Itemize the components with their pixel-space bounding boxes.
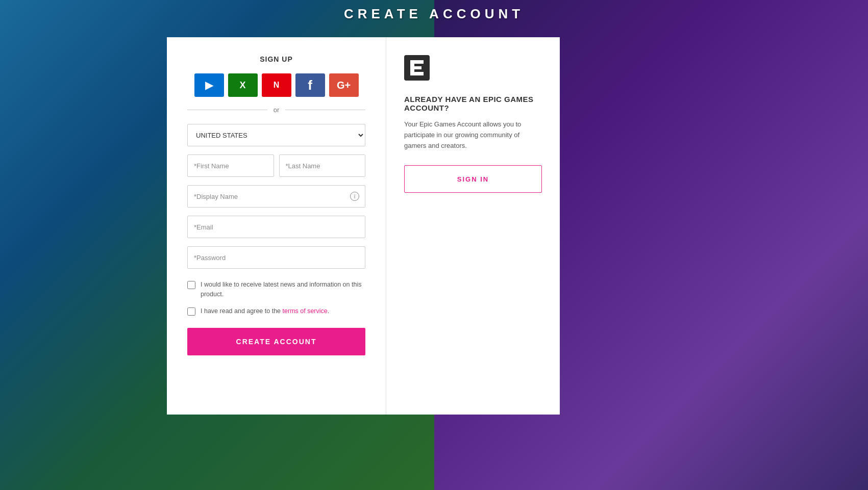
xbox-icon: X	[239, 80, 245, 91]
country-select[interactable]: UNITED STATES CANADA UNITED KINGDOM AUST…	[187, 124, 365, 146]
google-button[interactable]: G+	[329, 73, 359, 97]
tos-checkbox-item: I have read and agree to the terms of se…	[187, 306, 365, 316]
right-panel: ALREADY HAVE AN EPIC GAMES ACCOUNT? Your…	[386, 37, 560, 415]
or-line-right	[285, 110, 365, 110]
page-title: CREATE ACCOUNT	[344, 6, 524, 22]
newsletter-label: I would like to receive latest news and …	[201, 280, 365, 299]
left-panel: SIGN UP ▶ X N f G+ or	[167, 37, 386, 415]
or-line-left	[187, 110, 267, 110]
nintendo-icon: N	[274, 81, 280, 90]
password-wrapper	[187, 246, 365, 269]
tos-suffix: .	[328, 307, 329, 315]
password-input[interactable]	[187, 246, 365, 269]
first-name-input[interactable]	[187, 154, 274, 177]
already-have-title: ALREADY HAVE AN EPIC GAMES ACCOUNT?	[404, 95, 542, 112]
or-divider: or	[187, 106, 365, 114]
epic-description: Your Epic Games Account allows you to pa…	[404, 119, 542, 151]
tos-label: I have read and agree to the terms of se…	[201, 306, 329, 316]
create-account-button[interactable]: CREATE ACCOUNT	[187, 328, 365, 355]
tos-checkbox[interactable]	[187, 307, 195, 316]
email-input[interactable]	[187, 216, 365, 238]
display-name-info-icon[interactable]: i	[350, 192, 359, 201]
or-text: or	[274, 106, 280, 114]
playstation-button[interactable]: ▶	[194, 73, 224, 97]
name-row	[187, 154, 365, 177]
page-title-bar: CREATE ACCOUNT	[0, 0, 868, 28]
email-wrapper	[187, 216, 365, 238]
last-name-input[interactable]	[279, 154, 366, 177]
xbox-button[interactable]: X	[228, 73, 258, 97]
checkbox-group: I would like to receive latest news and …	[187, 280, 365, 316]
google-icon: G+	[337, 80, 351, 91]
facebook-icon: f	[308, 78, 312, 93]
playstation-icon: ▶	[205, 79, 213, 91]
tos-link[interactable]: terms of service	[283, 307, 328, 315]
social-buttons-row: ▶ X N f G+	[187, 73, 365, 97]
epic-games-logo	[404, 55, 430, 81]
display-name-wrapper: i	[187, 185, 365, 208]
modal-container: SIGN UP ▶ X N f G+ or	[167, 37, 560, 415]
facebook-button[interactable]: f	[295, 73, 325, 97]
newsletter-checkbox-item: I would like to receive latest news and …	[187, 280, 365, 299]
sign-in-button[interactable]: SIGN IN	[404, 165, 542, 193]
nintendo-button[interactable]: N	[262, 73, 291, 97]
display-name-input[interactable]	[187, 185, 365, 208]
tos-prefix: I have read and agree to the	[201, 307, 283, 315]
newsletter-checkbox[interactable]	[187, 281, 195, 289]
sign-up-title: SIGN UP	[187, 55, 365, 63]
